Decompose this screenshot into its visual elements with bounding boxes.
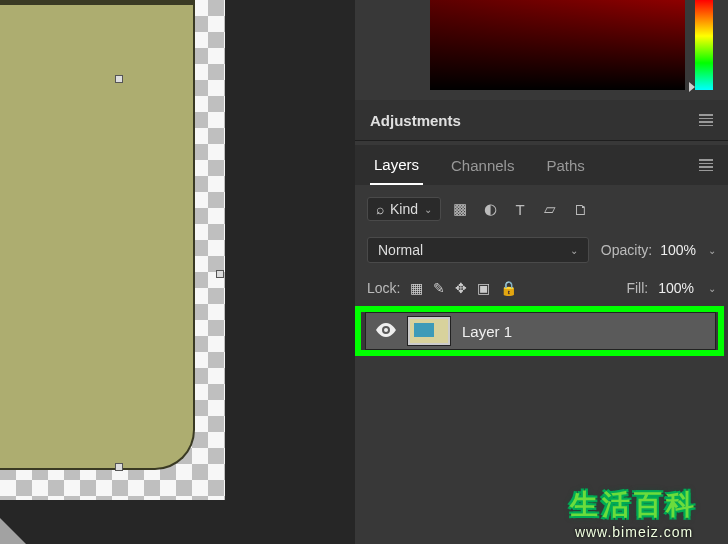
filter-pixel-icon[interactable]: ▩ — [451, 200, 469, 218]
lock-position-icon[interactable]: ✥ — [455, 280, 467, 296]
layer-row[interactable]: Layer 1 — [365, 312, 716, 350]
panel-divider — [355, 140, 728, 141]
filter-type-icon[interactable]: T — [511, 200, 529, 218]
adjustments-panel-header[interactable]: Adjustments — [355, 100, 728, 140]
panel-stack: Adjustments Layers Channels Paths ⌕ Kind… — [355, 0, 728, 544]
adjustments-label: Adjustments — [370, 112, 461, 129]
lock-artboard-icon[interactable]: ▣ — [477, 280, 490, 296]
transform-handle-top[interactable] — [115, 75, 123, 83]
layer-name[interactable]: Layer 1 — [462, 323, 512, 340]
layers-panel-tabs: Layers Channels Paths — [355, 145, 728, 185]
visibility-eye-icon[interactable] — [376, 321, 396, 342]
chevron-down-icon: ⌄ — [424, 204, 432, 215]
lock-transparency-icon[interactable]: ▦ — [410, 280, 423, 296]
hue-slider-handle[interactable] — [689, 82, 695, 92]
watermark-title: 生活百科 — [544, 486, 724, 524]
transform-handle-bottom[interactable] — [115, 463, 123, 471]
watermark-url: www.bimeiz.com — [544, 524, 724, 540]
filter-shape-icon[interactable]: ▱ — [541, 200, 559, 218]
chevron-down-icon[interactable]: ⌄ — [708, 283, 716, 294]
fill-label: Fill: — [626, 280, 648, 296]
artwork-shape[interactable] — [0, 0, 195, 470]
tab-paths[interactable]: Paths — [542, 147, 588, 184]
chevron-down-icon: ⌄ — [570, 245, 578, 256]
color-field[interactable] — [430, 0, 685, 90]
blend-mode-value: Normal — [378, 242, 423, 258]
filter-adjustment-icon[interactable]: ◐ — [481, 200, 499, 218]
svg-point-0 — [384, 328, 388, 332]
search-icon: ⌕ — [376, 201, 384, 217]
lock-row: Lock: ▦ ✎ ✥ ▣ 🔒 Fill: 100% ⌄ — [355, 270, 728, 306]
filter-kind-select[interactable]: ⌕ Kind ⌄ — [367, 197, 441, 221]
canvas-area[interactable] — [0, 0, 340, 544]
opacity-value[interactable]: 100% — [660, 242, 696, 258]
hue-slider[interactable] — [695, 0, 713, 90]
lock-label: Lock: — [367, 280, 400, 296]
lock-pixels-icon[interactable]: ✎ — [433, 280, 445, 296]
tab-channels[interactable]: Channels — [447, 147, 518, 184]
watermark: 生活百科 www.bimeiz.com — [544, 486, 724, 540]
corner-fold-icon — [0, 518, 26, 544]
lock-all-icon[interactable]: 🔒 — [500, 280, 517, 296]
tab-layers[interactable]: Layers — [370, 146, 423, 185]
filter-smartobject-icon[interactable]: 🗋 — [571, 200, 589, 218]
fill-value[interactable]: 100% — [658, 280, 694, 296]
panel-menu-icon[interactable] — [699, 114, 713, 126]
panel-menu-icon[interactable] — [699, 159, 713, 171]
chevron-down-icon[interactable]: ⌄ — [708, 245, 716, 256]
blend-mode-select[interactable]: Normal ⌄ — [367, 237, 589, 263]
layer-thumbnail[interactable] — [408, 317, 450, 345]
opacity-label: Opacity: — [601, 242, 652, 258]
blend-mode-row: Normal ⌄ Opacity: 100% ⌄ — [355, 232, 728, 268]
transform-handle-right[interactable] — [216, 270, 224, 278]
layer-filter-row: ⌕ Kind ⌄ ▩ ◐ T ▱ 🗋 — [355, 190, 728, 228]
filter-kind-label: Kind — [390, 201, 418, 217]
